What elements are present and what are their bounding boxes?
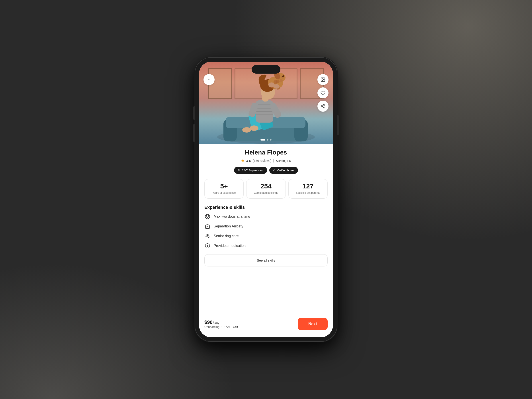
favorite-button[interactable] xyxy=(317,87,329,98)
location: Austin, TX xyxy=(276,159,291,163)
svg-point-39 xyxy=(205,214,210,219)
action-buttons-group xyxy=(317,74,329,112)
see-all-skills-button[interactable]: See all skills xyxy=(204,254,328,266)
svg-point-42 xyxy=(206,234,208,236)
svg-point-40 xyxy=(206,215,207,216)
svg-point-33 xyxy=(322,78,323,79)
image-pagination xyxy=(260,139,272,140)
back-button[interactable]: ← xyxy=(203,74,215,85)
dynamic-island xyxy=(252,65,280,74)
stat-bookings-number: 254 xyxy=(249,183,283,190)
onboarding-info: Onboarding: 1-2 Apr Edit xyxy=(204,325,238,329)
see-all-label: See all skills xyxy=(257,259,275,262)
gallery-icon xyxy=(321,77,325,82)
stat-parents-label: Satisfied pet parents xyxy=(291,191,325,195)
skill-2-text: Separation Anxiety xyxy=(214,224,243,228)
reviews-count: (136 reviews) xyxy=(253,159,271,163)
rating-row: ★ 4.6 (136 reviews) | Austin, TX xyxy=(204,158,328,163)
next-button[interactable]: Next xyxy=(298,318,328,330)
skill-1: Max two dogs at a time xyxy=(204,214,328,220)
svg-line-38 xyxy=(322,105,324,106)
bottom-bar: $90 /Day Onboarding: 1-2 Apr Edit Next xyxy=(199,314,333,337)
verified-label: Verified home xyxy=(277,169,295,172)
sitter-name: Helena Flopes xyxy=(204,149,328,156)
skill-2-icon xyxy=(204,223,211,229)
skill-2: Separation Anxiety xyxy=(204,223,328,229)
experience-title: Experience & skills xyxy=(204,205,328,210)
tags-row: 👁 24/7 Supervision ✓ Verified home xyxy=(204,167,328,174)
svg-point-36 xyxy=(324,107,325,108)
share-button[interactable] xyxy=(317,101,329,112)
share-icon xyxy=(321,104,325,109)
stat-experience-number: 5+ xyxy=(207,183,241,190)
skill-4: Provides medication xyxy=(204,243,328,249)
stat-parents-number: 127 xyxy=(291,183,325,190)
svg-point-8 xyxy=(250,126,259,131)
svg-point-35 xyxy=(321,106,323,107)
skill-1-icon xyxy=(204,214,211,220)
svg-point-25 xyxy=(273,80,278,84)
hero-image: ← xyxy=(199,62,333,144)
verified-tag: ✓ Verified home xyxy=(269,167,298,174)
divider: | xyxy=(273,159,274,163)
gallery-button[interactable] xyxy=(317,74,329,85)
svg-line-37 xyxy=(322,106,324,107)
svg-point-31 xyxy=(274,84,279,89)
next-label: Next xyxy=(308,322,317,326)
phone-screen: ← xyxy=(199,62,333,337)
stat-bookings: 254 Completed bookings xyxy=(246,179,285,199)
stat-bookings-label: Completed bookings xyxy=(249,191,283,195)
back-arrow-icon: ← xyxy=(207,77,211,82)
power-button xyxy=(337,115,339,135)
skill-3: Senior dog care xyxy=(204,233,328,239)
skill-3-icon xyxy=(204,233,211,239)
price-value: $90 xyxy=(204,319,213,325)
volume-up-button xyxy=(193,106,195,120)
verified-icon: ✓ xyxy=(273,168,276,172)
supervision-icon: 👁 xyxy=(238,168,241,172)
svg-point-22 xyxy=(279,79,283,82)
skill-1-text: Max two dogs at a time xyxy=(214,215,250,219)
svg-point-34 xyxy=(324,104,325,106)
stats-row: 5+ Years of experience 254 Completed boo… xyxy=(204,179,328,199)
dot-1 xyxy=(260,139,265,140)
skill-4-icon xyxy=(204,243,211,249)
supervision-tag: 👁 24/7 Supervision xyxy=(234,167,267,174)
heart-icon xyxy=(321,90,325,95)
supervision-label: 24/7 Supervision xyxy=(242,169,264,172)
price-section: $90 /Day Onboarding: 1-2 Apr Edit xyxy=(204,319,238,329)
skill-3-text: Senior dog care xyxy=(214,234,239,238)
content-area: Helena Flopes ★ 4.6 (136 reviews) | Aust… xyxy=(199,144,333,337)
stat-experience-label: Years of experience xyxy=(207,191,241,195)
dot-3 xyxy=(270,139,272,140)
stat-experience: 5+ Years of experience xyxy=(204,179,244,199)
onboarding-label: Onboarding: 1-2 Apr xyxy=(204,325,230,329)
phone-device: ← xyxy=(195,58,337,341)
dot-2 xyxy=(267,139,268,140)
volume-down-button xyxy=(193,124,195,142)
price-per-label: /Day xyxy=(213,321,219,324)
edit-link[interactable]: Edit xyxy=(233,325,238,329)
svg-point-41 xyxy=(208,215,209,216)
stat-parents: 127 Satisfied pet parents xyxy=(288,179,328,199)
star-icon: ★ xyxy=(241,158,245,163)
svg-point-30 xyxy=(268,82,275,87)
svg-point-26 xyxy=(282,75,284,77)
skill-4-text: Provides medication xyxy=(214,244,246,248)
rating-value: 4.6 xyxy=(246,159,251,163)
